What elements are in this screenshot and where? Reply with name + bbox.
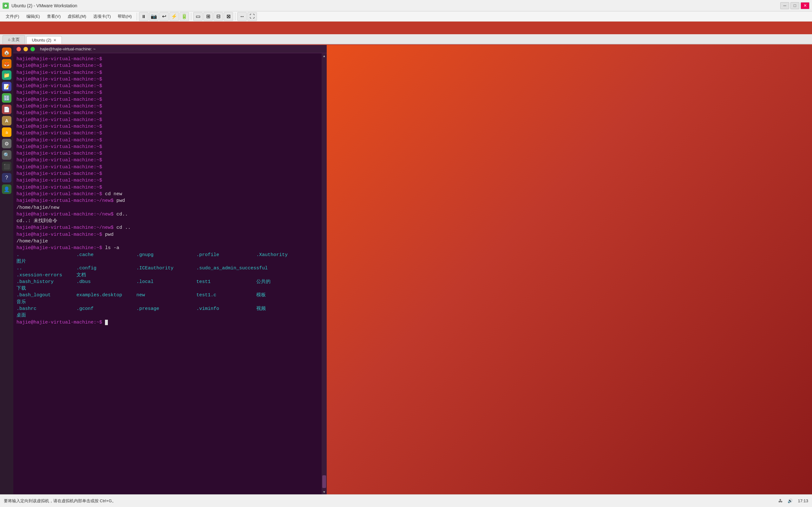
sidebar-icon-search[interactable]: 🔍 — [2, 150, 11, 160]
ls-row-2: .. .config .ICEauthority .sudo_as_admin_… — [16, 265, 323, 279]
terminal-title: hajie@hajie-virtual-machine: ~ — [40, 47, 96, 51]
ls-col3-r1: .gnupg — [136, 251, 194, 258]
view2-button[interactable]: ⊞ — [203, 12, 213, 21]
prompt-line-9: hajie@hajie-virtual-machine:~$ — [16, 110, 323, 116]
ls-col2-r2: .config — [77, 265, 134, 272]
sidebar-icon-font[interactable]: A — [2, 116, 11, 125]
ls-row-3: .bash_history .dbus .local test1 公共的 下载 — [16, 279, 323, 292]
ls-col4-r4: test1.c — [196, 292, 253, 298]
ls-col4-r2: .sudo_as_admin_successful — [196, 265, 268, 272]
scroll-down-arrow[interactable]: ▼ — [322, 489, 327, 494]
close-button[interactable]: ✕ — [801, 2, 809, 9]
ls-col4-r1: .profile — [196, 251, 253, 258]
prompt-line-12: hajie@hajie-virtual-machine:~$ — [16, 130, 323, 136]
sidebar-icon-user[interactable]: 👤 — [2, 184, 11, 194]
prompt-line-4: hajie@hajie-virtual-machine:~$ — [16, 76, 323, 83]
terminal-titlebar: hajie@hajie-virtual-machine: ~ — [13, 45, 327, 53]
view4-button[interactable]: ⊠ — [223, 12, 233, 21]
tab-bar: 主页 Ubuntu (2) ✕ — [0, 34, 812, 44]
menu-view[interactable]: 查看(V) — [44, 12, 64, 20]
restore-button[interactable]: □ — [791, 2, 799, 9]
tab-close-icon[interactable]: ✕ — [53, 38, 56, 43]
network-icon: 🖧 — [778, 498, 782, 503]
fullscreen-button[interactable]: ⛶ — [247, 12, 257, 21]
prompt-line-20: hajie@hajie-virtual-machine:~$ — [16, 184, 323, 191]
revert-button[interactable]: ↩ — [159, 12, 169, 21]
ls-col3-r4: new — [136, 292, 194, 298]
sidebar-icon-files[interactable]: 📁 — [2, 70, 11, 80]
prompt-line-7: hajie@hajie-virtual-machine:~$ — [16, 96, 323, 103]
app-icon — [3, 3, 9, 9]
terminal-container[interactable]: hajie@hajie-virtual-machine: ~ hajie@haj… — [13, 45, 327, 494]
ls-col3-r2: .ICEauthority — [136, 265, 194, 272]
cmd-cdback-line: hajie@hajie-virtual-machine:~/new$ cd .. — [16, 224, 323, 231]
ls-col2-r5: .gconf — [77, 305, 134, 312]
sidebar-icon-calc[interactable]: 🔢 — [2, 93, 11, 103]
ls-row-1: . .cache .gnupg .profile .Xauthority 图片 — [16, 251, 323, 265]
cmd-pwd2-line: hajie@hajie-virtual-machine:~$ pwd — [16, 231, 323, 238]
svg-point-1 — [4, 4, 7, 7]
output-cdtypo-err: cd..: 未找到命令 — [16, 218, 323, 224]
menu-bar: 文件(F) 编辑(E) 查看(V) 虚拟机(M) 选项卡(T) 帮助(H) ⏸ … — [0, 11, 812, 21]
prompt-line-1: hajie@hajie-virtual-machine:~$ — [16, 56, 323, 62]
status-hint: 要将输入定向到该虚拟机，请在虚拟机内部单击或按 Ctrl+G。 — [4, 498, 116, 504]
prompt-line-5: hajie@hajie-virtual-machine:~$ — [16, 83, 323, 89]
sidebar-icon-amazon[interactable]: a — [2, 127, 11, 137]
pause-button[interactable]: ⏸ — [139, 12, 148, 21]
speaker-icon: 🔊 — [788, 498, 793, 503]
menu-file[interactable]: 文件(F) — [3, 12, 22, 20]
ls-col6-r2: 文档 — [77, 272, 134, 279]
sidebar-icon-text[interactable]: 📝 — [2, 82, 11, 91]
ls-col4-r3: test1 — [196, 279, 253, 285]
term-minimize-dot[interactable] — [23, 47, 28, 51]
sidebar-icon-doc[interactable]: 📄 — [2, 105, 11, 114]
cmd-ls-line: hajie@hajie-virtual-machine:~$ ls -a — [16, 245, 323, 251]
scroll-thumb[interactable] — [322, 475, 326, 488]
power-button[interactable]: ⚡ — [169, 12, 179, 21]
power2-button[interactable]: 🔋 — [180, 12, 189, 21]
terminal-body[interactable]: hajie@hajie-virtual-machine:~$ hajie@haj… — [13, 53, 327, 494]
view3-button[interactable]: ⊟ — [213, 12, 223, 21]
sidebar-icon-help[interactable]: ? — [2, 173, 11, 182]
tab-home[interactable]: 主页 — [3, 35, 25, 44]
prompt-line-10: hajie@hajie-virtual-machine:~$ — [16, 117, 323, 123]
ls-col3-r3: .local — [136, 279, 194, 285]
prompt-line-13: hajie@hajie-virtual-machine:~$ — [16, 137, 323, 144]
prompt-line-8: hajie@hajie-virtual-machine:~$ — [16, 103, 323, 110]
menu-tabs[interactable]: 选项卡(T) — [90, 12, 114, 20]
final-prompt-line[interactable]: hajie@hajie-virtual-machine:~$ — [16, 319, 323, 326]
title-bar-left: Ubuntu (2) - VMware Workstation — [3, 3, 77, 9]
menu-edit[interactable]: 编辑(E) — [23, 12, 43, 20]
status-bar: 要将输入定向到该虚拟机，请在虚拟机内部单击或按 Ctrl+G。 🖧 🔊 17:1… — [0, 494, 812, 507]
term-close-dot[interactable] — [16, 47, 21, 51]
terminal-scrollbar[interactable]: ▲ ▼ — [322, 53, 327, 494]
window-controls[interactable]: ─ □ ✕ — [780, 2, 809, 9]
sidebar-icon-firefox[interactable]: 🦊 — [2, 59, 11, 68]
tab-ubuntu[interactable]: Ubuntu (2) ✕ — [26, 36, 61, 44]
ls-col5-r2: .xsession-errors — [16, 272, 73, 279]
menu-help[interactable]: 帮助(H) — [114, 12, 135, 20]
prompt-line-15: hajie@hajie-virtual-machine:~$ — [16, 150, 323, 157]
prompt-line-2: hajie@hajie-virtual-machine:~$ — [16, 62, 323, 69]
ls-col1-r3: .bash_history — [16, 279, 73, 285]
ls-col6-r5: 桌面 — [16, 312, 73, 319]
output-pwd2: /home/hajie — [16, 238, 323, 245]
ls-row-4: .bash_logout examples.desktop new test1.… — [16, 292, 323, 305]
status-right: 🖧 🔊 17:13 — [778, 498, 808, 503]
minimize-button[interactable]: ─ — [780, 2, 789, 9]
snapshot-button[interactable]: 📷 — [149, 12, 159, 21]
sidebar-icon-settings[interactable]: ⚙ — [2, 139, 11, 148]
prompt-line-17: hajie@hajie-virtual-machine:~$ — [16, 164, 323, 170]
ls-col5-r5: 视频 — [256, 305, 313, 312]
term-maximize-dot[interactable] — [31, 47, 35, 51]
ls-col6-r4: 音乐 — [16, 299, 73, 305]
sidebar-icon-home[interactable]: 🏠 — [2, 48, 11, 57]
ls-col1-r2: .. — [16, 265, 73, 272]
view1-button[interactable]: ▭ — [193, 12, 203, 21]
sidebar-icon-terminal[interactable]: ⬛ — [2, 162, 11, 171]
ls-col6-r3: 下载 — [16, 285, 73, 292]
fit-button[interactable]: ↔ — [237, 12, 247, 21]
cmd-pwd1-line: hajie@hajie-virtual-machine:~/new$ pwd — [16, 198, 323, 204]
scroll-up-arrow[interactable]: ▲ — [322, 53, 327, 58]
menu-vm[interactable]: 虚拟机(M) — [64, 12, 90, 20]
